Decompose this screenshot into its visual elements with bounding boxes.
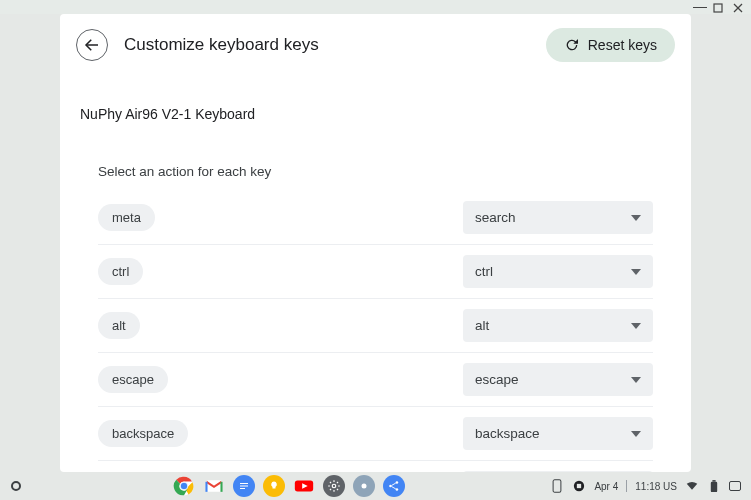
chevron-down-icon	[631, 321, 641, 331]
chevron-down-icon	[631, 429, 641, 439]
window-controls: —	[685, 0, 751, 16]
window-minimize-icon[interactable]: —	[693, 3, 703, 13]
section-keys-label: Select an action for each key	[60, 126, 691, 191]
keep-app-icon[interactable]	[263, 475, 285, 497]
key-action-value: escape	[475, 372, 519, 387]
phone-icon	[550, 479, 564, 493]
shelf-apps	[28, 475, 550, 497]
launcher-button[interactable]	[4, 481, 28, 491]
svg-rect-30	[712, 480, 715, 482]
svg-point-22	[396, 481, 399, 484]
settings-card: Customize keyboard keys Reset keys NuPhy…	[60, 14, 691, 472]
wifi-icon	[685, 479, 699, 493]
svg-rect-16	[240, 488, 245, 489]
key-label: alt	[98, 312, 140, 339]
key-action-value: backspace	[475, 426, 540, 441]
youtube-app-icon[interactable]	[293, 475, 315, 497]
docs-app-icon[interactable]	[233, 475, 255, 497]
svg-line-24	[392, 483, 396, 485]
key-label: backspace	[98, 420, 188, 447]
launcher-icon	[11, 481, 21, 491]
tray-date: Apr 4	[594, 481, 618, 492]
svg-marker-4	[631, 215, 641, 221]
gmail-app-icon[interactable]	[203, 475, 225, 497]
svg-point-23	[396, 488, 399, 491]
svg-point-21	[389, 485, 392, 488]
reset-keys-button[interactable]: Reset keys	[546, 28, 675, 62]
svg-rect-0	[714, 4, 722, 12]
key-action-value: search	[475, 210, 516, 225]
refresh-icon	[564, 37, 580, 53]
svg-marker-8	[631, 431, 641, 437]
svg-point-20	[362, 484, 367, 489]
chrome-app-icon[interactable]	[173, 475, 195, 497]
back-button[interactable]	[76, 29, 108, 61]
svg-rect-26	[554, 480, 562, 492]
files-app-icon[interactable]	[353, 475, 375, 497]
key-action-select[interactable]: alt	[463, 309, 653, 342]
settings-app-icon[interactable]	[323, 475, 345, 497]
key-row: escape escape	[98, 353, 653, 407]
key-action-value: alt	[475, 318, 489, 333]
svg-point-19	[332, 484, 336, 488]
keyboard-name: NuPhy Air96 V2-1 Keyboard	[60, 70, 691, 126]
key-row: ctrl ctrl	[98, 245, 653, 299]
header: Customize keyboard keys Reset keys	[60, 14, 691, 70]
svg-rect-14	[240, 483, 248, 484]
svg-rect-29	[711, 481, 717, 491]
chevron-down-icon	[631, 213, 641, 223]
key-row: meta search	[98, 191, 653, 245]
key-action-select[interactable]: ctrl	[463, 255, 653, 288]
battery-icon	[707, 479, 721, 493]
key-action-select[interactable]: escape	[463, 363, 653, 396]
chevron-down-icon	[631, 267, 641, 277]
window-restore-icon[interactable]	[713, 3, 723, 13]
page-title: Customize keyboard keys	[124, 35, 546, 55]
svg-marker-5	[631, 269, 641, 275]
key-action-value: ctrl	[475, 264, 493, 279]
notifications-icon	[729, 481, 741, 491]
svg-rect-28	[577, 484, 581, 488]
desktop-area: Customize keyboard keys Reset keys NuPhy…	[0, 14, 751, 472]
chevron-down-icon	[631, 375, 641, 385]
arrow-left-icon	[83, 36, 101, 54]
key-label: meta	[98, 204, 155, 231]
svg-line-25	[392, 487, 396, 489]
key-row: caps lock caps lock	[98, 461, 653, 472]
key-action-select[interactable]: search	[463, 201, 653, 234]
shelf: Apr 4 11:18 US	[0, 472, 751, 500]
svg-marker-7	[631, 377, 641, 383]
key-action-select[interactable]: backspace	[463, 417, 653, 450]
key-label: ctrl	[98, 258, 143, 285]
key-label: escape	[98, 366, 168, 393]
share-app-icon[interactable]	[383, 475, 405, 497]
reset-keys-label: Reset keys	[588, 37, 657, 53]
window-close-icon[interactable]	[733, 3, 743, 13]
svg-rect-15	[240, 486, 248, 487]
status-tray[interactable]: Apr 4 11:18 US	[550, 479, 747, 493]
key-row: alt alt	[98, 299, 653, 353]
svg-marker-6	[631, 323, 641, 329]
stop-icon	[572, 479, 586, 493]
key-row: backspace backspace	[98, 407, 653, 461]
key-mapping-list: meta search ctrl ctrl alt alt	[60, 191, 691, 472]
tray-time: 11:18 US	[635, 481, 677, 492]
